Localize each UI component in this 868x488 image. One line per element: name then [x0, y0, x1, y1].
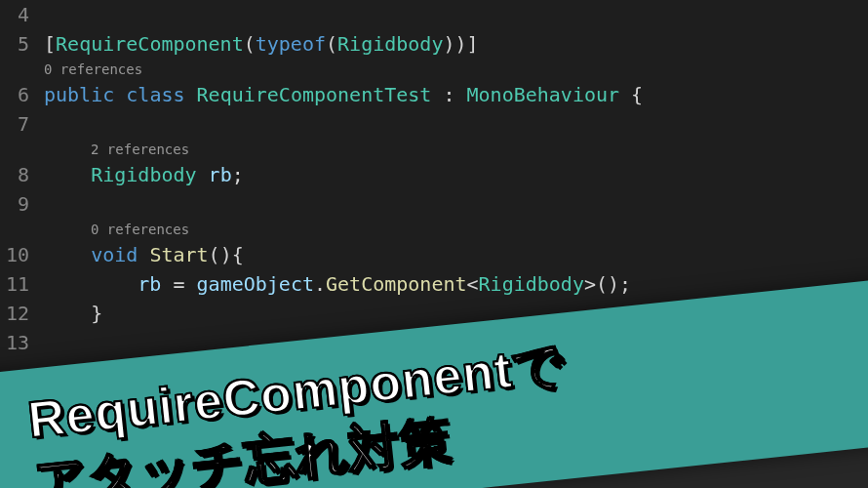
code-token: RequireComponentTest	[197, 83, 432, 106]
code-token: (){	[209, 243, 244, 266]
code-token: MonoBehaviour	[467, 83, 620, 106]
line-number: 8	[0, 160, 29, 189]
codelens[interactable]: 2 references	[44, 139, 868, 160]
code-token: GetComponent	[326, 272, 467, 296]
codelens[interactable]: 0 references	[44, 59, 868, 80]
line-number: 6	[0, 80, 29, 109]
line-number: 10	[0, 240, 29, 269]
code-line[interactable]: public class RequireComponentTest : Mono…	[44, 80, 868, 109]
code-token: class	[126, 83, 184, 106]
code-token: ;	[232, 163, 244, 186]
code-token: typeof	[256, 32, 326, 56]
code-line[interactable]: void Start(){	[44, 240, 868, 269]
code-token: Rigidbody	[337, 32, 443, 56]
codelens[interactable]: 0 references	[44, 219, 868, 240]
line-number: 12	[0, 299, 29, 328]
code-token: gameObject	[197, 272, 314, 296]
code-token: Start	[138, 243, 208, 266]
code-token: rb	[197, 163, 232, 186]
line-number: 7	[0, 109, 29, 139]
line-number: 13	[0, 328, 29, 357]
line-number: 4	[0, 0, 29, 29]
code-line[interactable]	[44, 0, 868, 29]
code-line[interactable]: Rigidbody rb;	[44, 160, 868, 189]
code-token: }	[91, 302, 102, 325]
code-token: public	[44, 83, 114, 106]
code-token: RequireComponent	[56, 32, 244, 56]
code-token: void	[91, 243, 138, 266]
code-line[interactable]	[44, 109, 868, 139]
code-token: Rigidbody	[479, 272, 584, 296]
code-line[interactable]	[44, 189, 868, 219]
code-token: :	[431, 83, 466, 106]
code-token: {	[619, 83, 643, 106]
code-token: ))]	[443, 32, 478, 56]
code-token: .	[314, 272, 326, 296]
line-number: 9	[0, 189, 29, 219]
code-token: rb	[138, 272, 161, 296]
code-token: (	[326, 32, 337, 56]
code-token: =	[161, 272, 196, 296]
code-token: Rigidbody	[91, 163, 196, 186]
code-token: [	[44, 32, 56, 56]
code-token: <	[467, 272, 479, 296]
line-number: 5	[0, 29, 29, 59]
line-number: 11	[0, 269, 29, 299]
code-token: (	[244, 32, 256, 56]
code-token: >();	[584, 272, 631, 296]
code-line[interactable]: [RequireComponent(typeof(Rigidbody))]	[44, 29, 868, 59]
